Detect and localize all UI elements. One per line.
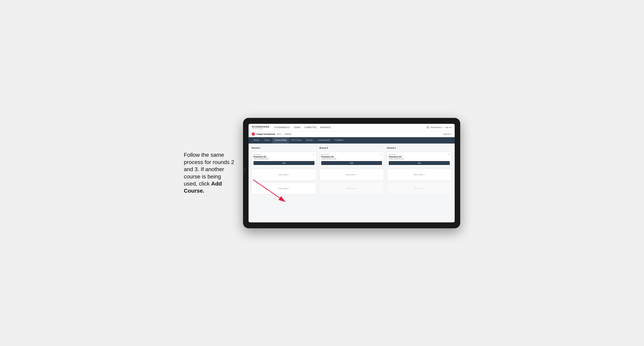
bold-add-course: Add Course.	[184, 180, 222, 194]
round-2-delete-icon[interactable]: ✕	[380, 153, 382, 156]
page-wrapper: Follow the same process for rounds 2 and…	[184, 118, 460, 228]
logo-scoreboard: SCOREBOARD	[252, 126, 269, 128]
round-1-delete-icon[interactable]: ✕	[312, 153, 315, 156]
round-1-add-course-2-label: Add Course	[278, 187, 288, 189]
nav-right: blair@clippd.io | Sign out	[426, 126, 452, 129]
round-2-plus-icon-1: +	[356, 173, 357, 176]
clippd-logo: C	[252, 133, 255, 136]
round-1-add-course-1-label: Add Course	[278, 174, 288, 176]
separator: |	[444, 126, 444, 128]
round-1-edit-button[interactable]: Edit	[254, 161, 314, 165]
round-2-course-card: ✕ (Course A) Peachtree GC Yellow (M) (66…	[320, 152, 384, 167]
round-2-add-course-1[interactable]: Add Course +	[320, 169, 384, 180]
event-name: Clippd Invitational	[256, 133, 275, 135]
user-email: blair@clippd.io	[430, 126, 442, 128]
nav-teams[interactable]: TEAMS	[294, 126, 301, 129]
round-2-add-course-1-label: Add Course	[346, 174, 356, 176]
logo-sub: Powered by clippd	[252, 128, 269, 129]
round-1-plus-icon-1: +	[288, 173, 290, 176]
bottom-spacer	[252, 194, 452, 210]
round-3-delete-icon[interactable]: ✕	[447, 153, 450, 156]
tablet-frame: SCOREBOARD Powered by clippd TOURNAMENTS…	[243, 118, 460, 228]
round-2-title: Round 2	[320, 147, 384, 149]
tab-details[interactable]: Details	[251, 137, 262, 144]
round-3-add-course-2[interactable]: Add Course +	[387, 182, 452, 194]
round-1-add-course-1[interactable]: Add Course +	[252, 169, 316, 180]
tab-printables[interactable]: Printables	[332, 137, 346, 144]
round-2-column: Round 2 ✕ (Course A) Peachtree GC Yellow…	[320, 147, 384, 194]
round-1-course-label: (Course A)	[254, 154, 314, 155]
nav-rankings[interactable]: RANKINGS	[320, 126, 331, 129]
sign-out-link[interactable]: Sign out	[445, 126, 452, 128]
round-3-plus-icon-2: +	[424, 187, 425, 189]
sub-header-left: C Clippd Invitational (Men) Hosting	[252, 133, 292, 136]
round-2-course-label: (Course A)	[321, 154, 382, 155]
round-1-course-card: ✕ (Course A) Peachtree GC Yellow (M) (66…	[252, 152, 316, 167]
round-3-title: Round 3	[387, 147, 452, 149]
round-1-title: Round 1	[252, 147, 316, 149]
round-3-course-card: ✕ (Course A) Peachtree GC Yellow (M) (66…	[387, 152, 452, 167]
top-nav: SCOREBOARD Powered by clippd TOURNAMENTS…	[248, 124, 455, 131]
tab-tee-groups[interactable]: Tee Groups	[289, 137, 304, 144]
tab-course-setup[interactable]: Course Setup	[272, 137, 289, 144]
round-3-course-details: Yellow (M) (6629 yds)	[389, 158, 450, 160]
tablet-screen: SCOREBOARD Powered by clippd TOURNAMENTS…	[248, 124, 455, 222]
round-2-edit-button[interactable]: Edit	[321, 161, 382, 165]
nav-tournaments[interactable]: TOURNAMENTS	[274, 126, 290, 129]
sub-header: C Clippd Invitational (Men) Hosting Canc…	[248, 131, 455, 137]
round-2-plus-icon-2: +	[356, 187, 357, 189]
user-avatar	[426, 126, 429, 129]
cancel-button[interactable]: Cancel ✕	[443, 133, 452, 135]
tab-teams[interactable]: Teams	[262, 137, 272, 144]
round-2-course-details: Yellow (M) (6629 yds)	[321, 158, 382, 160]
round-3-add-course-2-label: Add Course	[414, 187, 423, 189]
round-3-edit-button[interactable]: Edit	[389, 161, 450, 165]
side-button	[244, 168, 245, 173]
round-3-add-course-1[interactable]: Add Course +	[387, 169, 452, 180]
main-content: Round 1 ✕ (Course A) Peachtree GC Yellow…	[248, 144, 455, 222]
round-3-course-label: (Course A)	[389, 154, 450, 155]
round-1-add-course-2[interactable]: Add Course +	[252, 182, 316, 194]
round-2-add-course-2[interactable]: Add Course +	[320, 182, 384, 194]
instruction-text: Follow the same process for rounds 2 and…	[184, 152, 235, 194]
hosting-badge: Hosting	[284, 133, 292, 135]
round-3-add-course-1-label: Add Course	[414, 174, 423, 176]
round-1-column: Round 1 ✕ (Course A) Peachtree GC Yellow…	[252, 147, 316, 194]
round-1-course-details: Yellow (M) (6629 yds)	[254, 158, 314, 160]
tab-results[interactable]: Results	[304, 137, 315, 144]
event-type: (Men)	[277, 133, 282, 135]
nav-committee[interactable]: COMMITTEE	[304, 126, 317, 129]
nav-links: TOURNAMENTS TEAMS COMMITTEE RANKINGS	[274, 126, 426, 129]
round-2-add-course-2-label: Add Course	[346, 187, 356, 189]
round-3-course-name: Peachtree GC	[389, 156, 450, 158]
round-3-column: Round 3 ✕ (Course A) Peachtree GC Yellow…	[387, 147, 452, 194]
tab-bar: Details Teams Course Setup Tee Groups Re…	[248, 137, 455, 144]
round-2-course-name: Peachtree GC	[321, 156, 382, 158]
tab-leaderboards[interactable]: Leaderboards	[315, 137, 332, 144]
rounds-grid: Round 1 ✕ (Course A) Peachtree GC Yellow…	[252, 147, 452, 194]
round-1-plus-icon-2: +	[288, 187, 290, 189]
round-1-course-name: Peachtree GC	[254, 156, 314, 158]
logo-area: SCOREBOARD Powered by clippd	[252, 126, 269, 129]
round-3-plus-icon-1: +	[424, 173, 425, 176]
